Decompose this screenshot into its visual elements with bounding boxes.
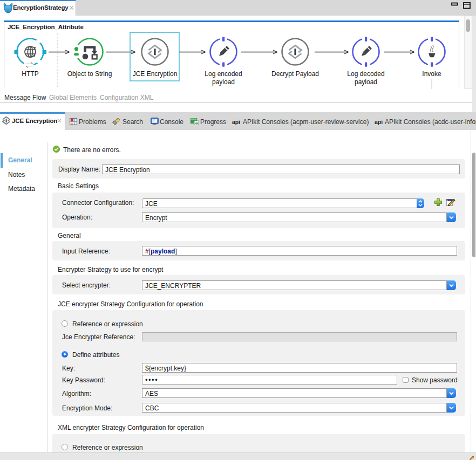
svg-text:Object to String: Object to String	[67, 70, 112, 78]
svg-text:HTTP: HTTP	[22, 70, 38, 78]
svg-text:Log encoded: Log encoded	[205, 70, 242, 78]
svg-text:JCE Encryption: JCE Encryption	[133, 70, 178, 78]
svg-text:payload: payload	[355, 78, 377, 86]
svg-text:Invoke: Invoke	[422, 70, 441, 78]
svg-text:Decrypt Payload: Decrypt Payload	[271, 70, 319, 78]
svg-text:payload: payload	[212, 78, 235, 86]
svg-text:Log decoded: Log decoded	[347, 70, 384, 78]
